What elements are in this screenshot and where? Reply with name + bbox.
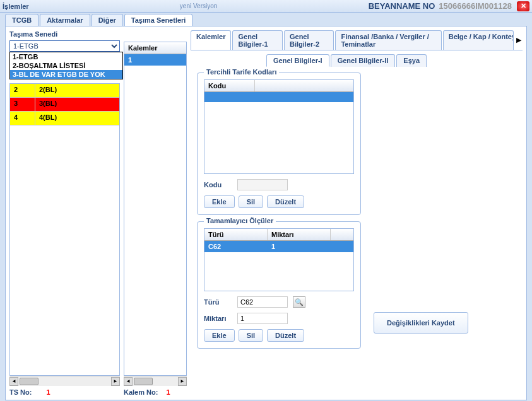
tercihli-fieldset: Tercihli Tarife Kodları Kodu Kodu — [197, 73, 361, 215]
right-panel: Kalemler Genel Bilgiler-1 Genel Bilgiler… — [191, 30, 523, 396]
subtab-finansal[interactable]: Finansal /Banka / Vergiler / Teminatlar — [335, 30, 441, 50]
tercihli-grid-header: Kodu — [204, 80, 353, 92]
dropdown-option-3[interactable]: 3-BL DE VAR ETGB DE YOK — [10, 70, 122, 79]
innertab-esya[interactable]: Eşya — [396, 54, 427, 67]
innertabs: Genel Bilgiler-I Genel Bilgiler-II Eşya — [266, 54, 523, 67]
ts-cell-v: 3(BL) — [35, 98, 119, 111]
turu-row: Türü 🔍 — [204, 296, 354, 308]
duzelt-button[interactable]: Düzelt — [267, 329, 304, 342]
h-scrollbar[interactable]: ◄ ► — [9, 376, 120, 386]
tamamlayici-buttons: Ekle Sil Düzelt — [204, 329, 354, 342]
ts-cell-n: 4 — [10, 112, 35, 125]
tab-diger[interactable]: Diğer — [92, 14, 123, 26]
duzelt-button[interactable]: Düzelt — [267, 195, 304, 208]
kalemno-row: Kalem No: 1 — [124, 388, 187, 396]
app-title: İşlemler — [3, 3, 29, 10]
dropdown-list: 1-ETGB 2-BOŞALTMA LİSTESİ 3-BL DE VAR ET… — [9, 52, 123, 79]
col-miktari: Miktarı — [268, 229, 331, 240]
close-icon: ✕ — [521, 2, 526, 10]
top-nav: TCGB Aktarmalar Diğer Taşıma Senetleri — [0, 13, 532, 26]
close-button[interactable]: ✕ — [517, 1, 529, 11]
scroll-right-icon[interactable]: ► — [178, 377, 187, 386]
turu-label: Türü — [204, 298, 232, 306]
version-text: yeni Versiyon — [29, 3, 369, 9]
ts-cell-v: 2(BL) — [35, 84, 119, 97]
beyannameno-label: BEYANNAME NO — [369, 1, 435, 11]
content-col1: Tercihli Tarife Kodları Kodu Kodu — [197, 73, 361, 390]
tamamlayici-grid: Türü Miktarı C62 1 — [204, 228, 354, 291]
miktari-row: Miktarı — [204, 313, 354, 324]
content-col2: Değişiklikleri Kaydet — [374, 73, 468, 390]
subtab-genel1[interactable]: Genel Bilgiler-1 — [232, 30, 282, 50]
scroll-left-icon[interactable]: ◄ — [9, 377, 18, 386]
tercihli-cell — [204, 92, 255, 102]
tab-tcgb[interactable]: TCGB — [5, 14, 38, 26]
tsno-row: TS No: 1 — [9, 388, 120, 396]
miktari-input[interactable] — [237, 313, 288, 324]
h-scrollbar[interactable]: ◄ ► — [124, 376, 187, 386]
scroll-right-icon[interactable]: ► — [111, 377, 120, 386]
ts-cell-v: 4(BL) — [35, 112, 119, 125]
titlebar: İşlemler yeni Versiyon BEYANNAME NO 1506… — [0, 0, 532, 13]
save-changes-button[interactable]: Değişiklikleri Kaydet — [374, 312, 468, 334]
tab-scroll-right-icon[interactable]: ▶ — [515, 30, 523, 50]
ts-row[interactable]: 4 4(BL) — [10, 112, 119, 125]
tsno-label: TS No: — [9, 388, 32, 396]
tamamlayici-fieldset: Tamamlayıcı Ölçüler Türü Miktarı C62 1 T… — [197, 221, 361, 349]
tab-tasima-senetleri[interactable]: Taşıma Senetleri — [124, 14, 193, 26]
subtab-kalemler[interactable]: Kalemler — [191, 30, 231, 50]
col-kodu: Kodu — [204, 80, 255, 91]
tab-aktarmalar[interactable]: Aktarmalar — [40, 14, 90, 26]
scroll-left-icon[interactable]: ◄ — [124, 377, 133, 386]
innertab-genel1[interactable]: Genel Bilgiler-I — [266, 54, 329, 67]
sil-button[interactable]: Sil — [239, 329, 263, 342]
kodu-row: Kodu — [204, 179, 354, 190]
kalemno-label: Kalem No: — [124, 388, 158, 396]
tamamlayici-grid-header: Türü Miktarı — [204, 229, 353, 241]
kodu-label: Kodu — [204, 181, 232, 189]
tasima-senedi-grid: 2 2(BL) 3 3(BL) 4 4(BL) — [9, 83, 120, 376]
tasima-senedi-dropdown[interactable]: 1-ETGB 1-ETGB 2-BOŞALTMA LİSTESİ 3-BL DE… — [9, 40, 120, 52]
ts-row[interactable]: 2 2(BL) — [10, 84, 119, 98]
col-turu: Türü — [204, 229, 268, 240]
tsno-value: 1 — [47, 388, 50, 396]
ekle-button[interactable]: Ekle — [204, 195, 235, 208]
main-panel: Taşıma Senedi 1-ETGB 1-ETGB 2-BOŞALTMA L… — [5, 26, 527, 400]
kalemno-value: 1 — [166, 388, 170, 396]
tamamlayici-grid-row[interactable]: C62 1 — [204, 241, 353, 252]
dropdown-option-1[interactable]: 1-ETGB — [10, 52, 122, 61]
turu-lookup-button[interactable]: 🔍 — [293, 296, 305, 308]
ekle-button[interactable]: Ekle — [204, 329, 235, 342]
turu-input[interactable] — [237, 296, 288, 308]
middle-panel: Kalemler 1 ◄ ► Kalem No: 1 — [124, 30, 187, 396]
dropdown-option-2[interactable]: 2-BOŞALTMA LİSTESİ — [10, 61, 122, 70]
subtabs: Kalemler Genel Bilgiler-1 Genel Bilgiler… — [191, 30, 523, 50]
tercihli-grid: Kodu — [204, 79, 354, 174]
ts-cell-n: 2 — [10, 84, 35, 97]
ts-row[interactable]: 3 3(BL) — [10, 98, 119, 112]
left-panel: Taşıma Senedi 1-ETGB 1-ETGB 2-BOŞALTMA L… — [9, 30, 120, 396]
subtab-genel2[interactable]: Genel Bilgiler-2 — [284, 30, 334, 50]
miktari-label: Miktarı — [204, 315, 232, 322]
tercihli-buttons: Ekle Sil Düzelt — [204, 195, 354, 208]
content-area: Tercihli Tarife Kodları Kodu Kodu — [191, 66, 523, 396]
scroll-thumb[interactable] — [134, 378, 153, 385]
sil-button[interactable]: Sil — [239, 195, 263, 208]
binoculars-icon: 🔍 — [295, 298, 304, 306]
kalemler-header: Kalemler — [124, 42, 186, 54]
kodu-input[interactable] — [237, 179, 288, 190]
innertab-genel2[interactable]: Genel Bilgiler-II — [331, 54, 396, 67]
tasima-senedi-label: Taşıma Senedi — [9, 30, 120, 38]
ts-cell-n: 3 — [10, 98, 35, 111]
cell-miktari: 1 — [268, 241, 331, 252]
scroll-thumb[interactable] — [20, 378, 38, 385]
subtab-belge[interactable]: Belge / Kap / Konteyner — [443, 30, 514, 50]
tercihli-legend: Tercihli Tarife Kodları — [204, 68, 279, 76]
cell-turu: C62 — [204, 241, 268, 252]
beyannameno-value: 15066666IM001128 — [439, 1, 512, 11]
tasima-senedi-select[interactable]: 1-ETGB — [9, 40, 120, 52]
tercihli-grid-row[interactable] — [204, 92, 353, 102]
kalem-row[interactable]: 1 — [124, 54, 186, 66]
tamamlayici-legend: Tamamlayıcı Ölçüler — [204, 217, 276, 224]
kalemler-grid: Kalemler 1 — [124, 42, 187, 376]
